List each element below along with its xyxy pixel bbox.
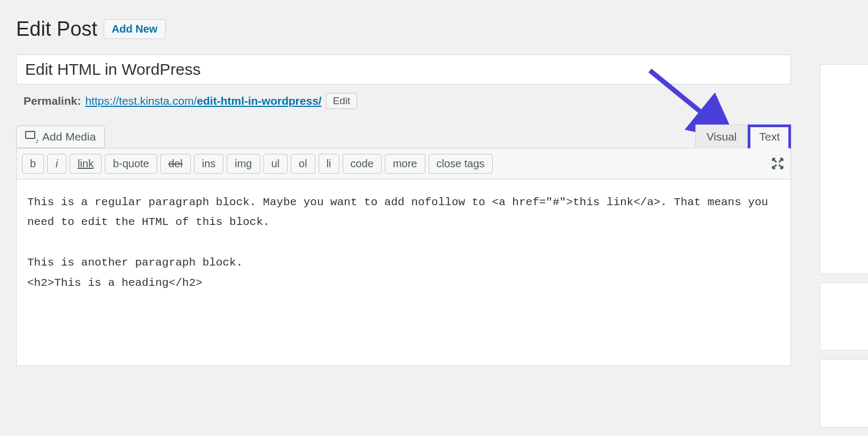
tab-text[interactable]: Text [748,124,791,149]
toolbar-btn-link[interactable]: link [69,154,102,174]
post-title-input[interactable] [16,54,791,84]
sidebar-box[interactable] [820,283,868,351]
editor-toolbar: bilinkb-quotedelinsimgulollicodemoreclos… [16,148,791,179]
content-textarea[interactable]: This is a regular paragraph block. Maybe… [16,179,791,366]
toolbar-btn-close-tags[interactable]: close tags [429,154,493,174]
permalink-link[interactable]: https://test.kinsta.com/edit-html-in-wor… [85,95,321,107]
toolbar-btn-more[interactable]: more [385,154,425,174]
sidebar-box[interactable] [820,64,868,274]
toolbar-btn-code[interactable]: code [343,154,382,174]
toolbar-btn-ins[interactable]: ins [194,154,224,174]
toolbar-btn-li[interactable]: li [319,154,339,174]
toolbar-btn-del[interactable]: del [160,154,191,174]
page-title: Edit Post [16,17,97,42]
add-media-label: Add Media [42,130,96,143]
add-media-button[interactable]: Add Media [16,126,105,148]
media-icon [25,131,38,143]
permalink-label: Permalink: [24,95,81,107]
edit-permalink-button[interactable]: Edit [326,93,358,109]
sidebar-box[interactable] [820,359,868,376]
toolbar-btn-b-quote[interactable]: b-quote [105,154,157,174]
editor-tabs: Visual Text [695,124,791,148]
tab-visual[interactable]: Visual [695,124,748,149]
toolbar-btn-ol[interactable]: ol [291,154,315,174]
sidebar-panels [820,64,868,377]
fullscreen-icon[interactable] [770,156,785,171]
toolbar-btn-i[interactable]: i [47,154,66,174]
toolbar-btn-ul[interactable]: ul [264,154,288,174]
toolbar-btn-img[interactable]: img [227,154,260,174]
toolbar-btn-b[interactable]: b [22,154,44,174]
permalink-row: Permalink: https://test.kinsta.com/edit-… [16,93,796,109]
add-new-button[interactable]: Add New [104,19,166,39]
